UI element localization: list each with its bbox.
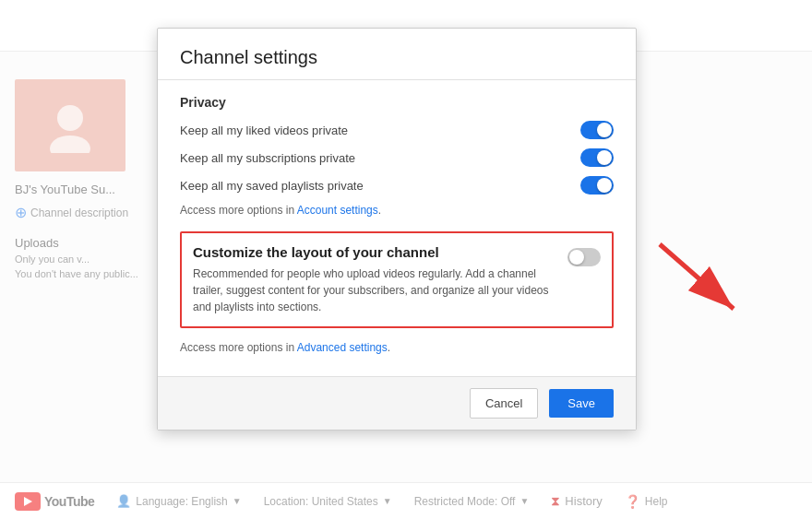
liked-videos-toggle-knob (597, 123, 612, 137)
subscriptions-row: Keep all my subscriptions private (180, 148, 614, 167)
customize-toggle[interactable] (567, 248, 601, 266)
liked-videos-label: Keep all my liked videos private (180, 124, 348, 137)
liked-videos-row: Keep all my liked videos private (180, 121, 614, 139)
customize-desc: Recommended for people who upload videos… (193, 265, 556, 315)
playlists-label: Keep all my saved playlists private (180, 179, 364, 193)
playlists-toggle[interactable] (580, 176, 614, 195)
save-button[interactable]: Save (549, 389, 614, 418)
customize-title: Customize the layout of your channel (193, 244, 556, 260)
channel-settings-modal: Channel settings Privacy Keep all my lik… (157, 28, 637, 431)
modal-footer: Cancel Save (158, 376, 636, 430)
subscriptions-toggle-knob (597, 150, 612, 165)
customize-toggle-knob (569, 250, 584, 265)
customize-section: Customize the layout of your channel Rec… (180, 231, 614, 328)
subscriptions-toggle[interactable] (580, 148, 614, 167)
modal-title: Channel settings (180, 47, 614, 68)
playlists-toggle-knob (597, 178, 612, 193)
modal-body: Privacy Keep all my liked videos private… (158, 80, 636, 376)
advanced-settings-link[interactable]: Advanced settings (297, 341, 388, 354)
cancel-button[interactable]: Cancel (470, 388, 538, 419)
privacy-section-title: Privacy (180, 95, 614, 110)
subscriptions-label: Keep all my subscriptions private (180, 151, 355, 165)
account-settings-access: Access more options in Account settings. (180, 204, 614, 217)
advanced-settings-access: Access more options in Advanced settings… (180, 341, 614, 354)
modal-header: Channel settings (158, 29, 636, 80)
playlists-row: Keep all my saved playlists private (180, 176, 614, 195)
account-settings-link[interactable]: Account settings (297, 204, 378, 217)
customize-text: Customize the layout of your channel Rec… (193, 244, 556, 315)
liked-videos-toggle[interactable] (580, 121, 614, 139)
